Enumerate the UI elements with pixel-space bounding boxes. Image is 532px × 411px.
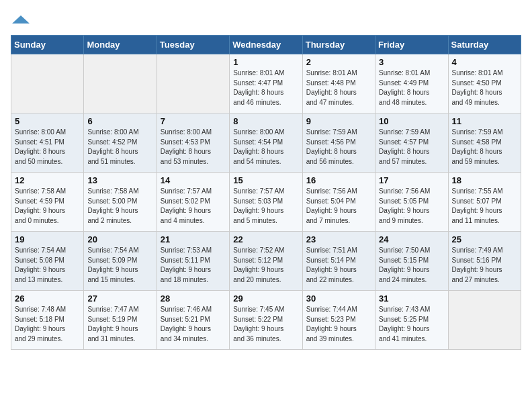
day-info: Sunrise: 8:01 AM Sunset: 4:50 PM Dayligh… bbox=[452, 68, 517, 107]
day-number: 29 bbox=[233, 293, 298, 304]
day-info: Sunrise: 7:48 AM Sunset: 5:18 PM Dayligh… bbox=[15, 305, 80, 344]
day-info: Sunrise: 7:58 AM Sunset: 4:59 PM Dayligh… bbox=[15, 187, 80, 226]
day-number: 14 bbox=[161, 175, 226, 185]
day-number: 28 bbox=[161, 293, 226, 304]
day-number: 18 bbox=[452, 175, 517, 185]
day-info: Sunrise: 8:01 AM Sunset: 4:49 PM Dayligh… bbox=[379, 68, 444, 107]
weekday-header-cell: Sunday bbox=[11, 36, 84, 54]
weekday-header-cell: Friday bbox=[375, 36, 448, 54]
day-info: Sunrise: 8:00 AM Sunset: 4:53 PM Dayligh… bbox=[161, 128, 226, 167]
calendar-cell: 27Sunrise: 7:47 AM Sunset: 5:19 PM Dayli… bbox=[84, 291, 157, 350]
calendar-cell: 20Sunrise: 7:54 AM Sunset: 5:09 PM Dayli… bbox=[84, 232, 157, 291]
calendar-cell: 16Sunrise: 7:56 AM Sunset: 5:04 PM Dayli… bbox=[302, 173, 375, 232]
calendar-cell: 8Sunrise: 8:00 AM Sunset: 4:54 PM Daylig… bbox=[230, 113, 302, 173]
day-info: Sunrise: 7:54 AM Sunset: 5:08 PM Dayligh… bbox=[15, 246, 80, 285]
calendar-body: 1Sunrise: 8:01 AM Sunset: 4:47 PM Daylig… bbox=[11, 54, 521, 350]
calendar-cell: 31Sunrise: 7:43 AM Sunset: 5:25 PM Dayli… bbox=[375, 291, 448, 350]
calendar-cell: 12Sunrise: 7:58 AM Sunset: 4:59 PM Dayli… bbox=[11, 173, 84, 232]
calendar-cell: 15Sunrise: 7:57 AM Sunset: 5:03 PM Dayli… bbox=[230, 173, 302, 232]
day-info: Sunrise: 7:53 AM Sunset: 5:11 PM Dayligh… bbox=[161, 246, 226, 285]
calendar-cell bbox=[11, 54, 84, 113]
day-number: 6 bbox=[87, 116, 152, 126]
day-number: 4 bbox=[452, 57, 517, 67]
day-number: 22 bbox=[233, 234, 298, 244]
calendar-cell: 23Sunrise: 7:51 AM Sunset: 5:14 PM Dayli… bbox=[302, 232, 375, 291]
day-info: Sunrise: 7:54 AM Sunset: 5:09 PM Dayligh… bbox=[87, 246, 152, 285]
weekday-header-row: SundayMondayTuesdayWednesdayThursdayFrid… bbox=[11, 36, 521, 54]
calendar-cell: 19Sunrise: 7:54 AM Sunset: 5:08 PM Dayli… bbox=[11, 232, 84, 291]
calendar-cell: 10Sunrise: 7:59 AM Sunset: 4:57 PM Dayli… bbox=[375, 113, 448, 173]
calendar-cell: 29Sunrise: 7:45 AM Sunset: 5:22 PM Dayli… bbox=[230, 291, 302, 350]
calendar-table: SundayMondayTuesdayWednesdayThursdayFrid… bbox=[11, 35, 521, 350]
day-info: Sunrise: 8:01 AM Sunset: 4:48 PM Dayligh… bbox=[306, 68, 371, 107]
day-info: Sunrise: 7:57 AM Sunset: 5:03 PM Dayligh… bbox=[233, 187, 298, 226]
calendar-cell: 13Sunrise: 7:58 AM Sunset: 5:00 PM Dayli… bbox=[84, 173, 157, 232]
day-info: Sunrise: 7:51 AM Sunset: 5:14 PM Dayligh… bbox=[306, 246, 371, 285]
day-number: 10 bbox=[379, 116, 444, 126]
calendar-cell: 18Sunrise: 7:55 AM Sunset: 5:07 PM Dayli… bbox=[448, 173, 521, 232]
day-number: 27 bbox=[87, 293, 152, 304]
calendar-week-row: 1Sunrise: 8:01 AM Sunset: 4:47 PM Daylig… bbox=[11, 54, 521, 113]
svg-marker-0 bbox=[12, 15, 30, 24]
day-number: 20 bbox=[87, 234, 152, 244]
calendar-cell: 7Sunrise: 8:00 AM Sunset: 4:53 PM Daylig… bbox=[157, 113, 229, 173]
day-number: 31 bbox=[379, 293, 444, 304]
page-header bbox=[11, 11, 521, 27]
day-number: 11 bbox=[452, 116, 517, 126]
calendar-cell: 1Sunrise: 8:01 AM Sunset: 4:47 PM Daylig… bbox=[230, 54, 302, 113]
day-number: 23 bbox=[306, 234, 371, 244]
weekday-header-cell: Monday bbox=[84, 36, 157, 54]
calendar-cell bbox=[157, 54, 229, 113]
day-info: Sunrise: 7:46 AM Sunset: 5:21 PM Dayligh… bbox=[161, 305, 226, 344]
day-number: 7 bbox=[161, 116, 226, 126]
weekday-header-cell: Thursday bbox=[302, 36, 375, 54]
day-number: 2 bbox=[306, 57, 371, 67]
day-number: 12 bbox=[15, 175, 80, 185]
logo bbox=[11, 11, 30, 27]
calendar-cell bbox=[84, 54, 157, 113]
day-info: Sunrise: 7:52 AM Sunset: 5:12 PM Dayligh… bbox=[233, 246, 298, 285]
day-number: 15 bbox=[233, 175, 298, 185]
day-info: Sunrise: 7:59 AM Sunset: 4:56 PM Dayligh… bbox=[306, 128, 371, 167]
weekday-header-cell: Tuesday bbox=[157, 36, 229, 54]
calendar-week-row: 5Sunrise: 8:00 AM Sunset: 4:51 PM Daylig… bbox=[11, 113, 521, 173]
calendar-cell: 2Sunrise: 8:01 AM Sunset: 4:48 PM Daylig… bbox=[302, 54, 375, 113]
calendar-cell bbox=[448, 291, 521, 350]
day-info: Sunrise: 8:01 AM Sunset: 4:47 PM Dayligh… bbox=[233, 68, 298, 107]
day-info: Sunrise: 7:47 AM Sunset: 5:19 PM Dayligh… bbox=[87, 305, 152, 344]
calendar-cell: 5Sunrise: 8:00 AM Sunset: 4:51 PM Daylig… bbox=[11, 113, 84, 173]
day-info: Sunrise: 7:59 AM Sunset: 4:58 PM Dayligh… bbox=[452, 128, 517, 167]
calendar-cell: 22Sunrise: 7:52 AM Sunset: 5:12 PM Dayli… bbox=[230, 232, 302, 291]
day-number: 16 bbox=[306, 175, 371, 185]
calendar-cell: 24Sunrise: 7:50 AM Sunset: 5:15 PM Dayli… bbox=[375, 232, 448, 291]
day-info: Sunrise: 7:49 AM Sunset: 5:16 PM Dayligh… bbox=[452, 246, 517, 285]
day-number: 9 bbox=[306, 116, 371, 126]
day-number: 13 bbox=[87, 175, 152, 185]
day-info: Sunrise: 7:56 AM Sunset: 5:05 PM Dayligh… bbox=[379, 187, 444, 226]
day-number: 30 bbox=[306, 293, 371, 304]
day-info: Sunrise: 7:45 AM Sunset: 5:22 PM Dayligh… bbox=[233, 305, 298, 344]
day-info: Sunrise: 7:59 AM Sunset: 4:57 PM Dayligh… bbox=[379, 128, 444, 167]
day-info: Sunrise: 7:56 AM Sunset: 5:04 PM Dayligh… bbox=[306, 187, 371, 226]
day-info: Sunrise: 7:55 AM Sunset: 5:07 PM Dayligh… bbox=[452, 187, 517, 226]
calendar-cell: 25Sunrise: 7:49 AM Sunset: 5:16 PM Dayli… bbox=[448, 232, 521, 291]
day-number: 21 bbox=[161, 234, 226, 244]
logo-text bbox=[11, 11, 30, 27]
day-number: 3 bbox=[379, 57, 444, 67]
calendar-cell: 28Sunrise: 7:46 AM Sunset: 5:21 PM Dayli… bbox=[157, 291, 229, 350]
day-info: Sunrise: 8:00 AM Sunset: 4:51 PM Dayligh… bbox=[15, 128, 80, 167]
calendar-cell: 9Sunrise: 7:59 AM Sunset: 4:56 PM Daylig… bbox=[302, 113, 375, 173]
calendar-week-row: 12Sunrise: 7:58 AM Sunset: 4:59 PM Dayli… bbox=[11, 173, 521, 232]
day-number: 5 bbox=[15, 116, 80, 126]
weekday-header-cell: Wednesday bbox=[230, 36, 302, 54]
calendar-cell: 6Sunrise: 8:00 AM Sunset: 4:52 PM Daylig… bbox=[84, 113, 157, 173]
calendar-cell: 17Sunrise: 7:56 AM Sunset: 5:05 PM Dayli… bbox=[375, 173, 448, 232]
day-info: Sunrise: 7:50 AM Sunset: 5:15 PM Dayligh… bbox=[379, 246, 444, 285]
calendar-cell: 21Sunrise: 7:53 AM Sunset: 5:11 PM Dayli… bbox=[157, 232, 229, 291]
calendar-cell: 4Sunrise: 8:01 AM Sunset: 4:50 PM Daylig… bbox=[448, 54, 521, 113]
day-number: 17 bbox=[379, 175, 444, 185]
logo-icon bbox=[12, 14, 30, 25]
day-number: 19 bbox=[15, 234, 80, 244]
day-info: Sunrise: 7:57 AM Sunset: 5:02 PM Dayligh… bbox=[161, 187, 226, 226]
day-info: Sunrise: 8:00 AM Sunset: 4:52 PM Dayligh… bbox=[87, 128, 152, 167]
